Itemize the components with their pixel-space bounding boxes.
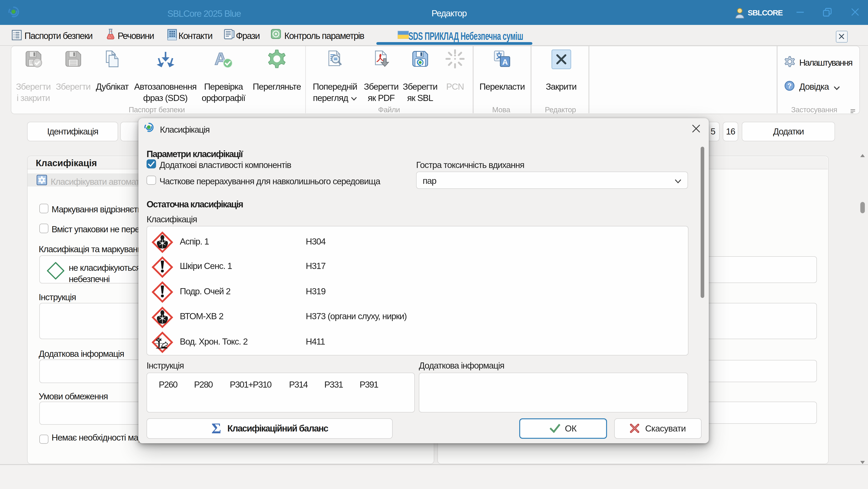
svg-text:?: ? xyxy=(787,82,792,90)
svg-text:A: A xyxy=(502,58,508,66)
